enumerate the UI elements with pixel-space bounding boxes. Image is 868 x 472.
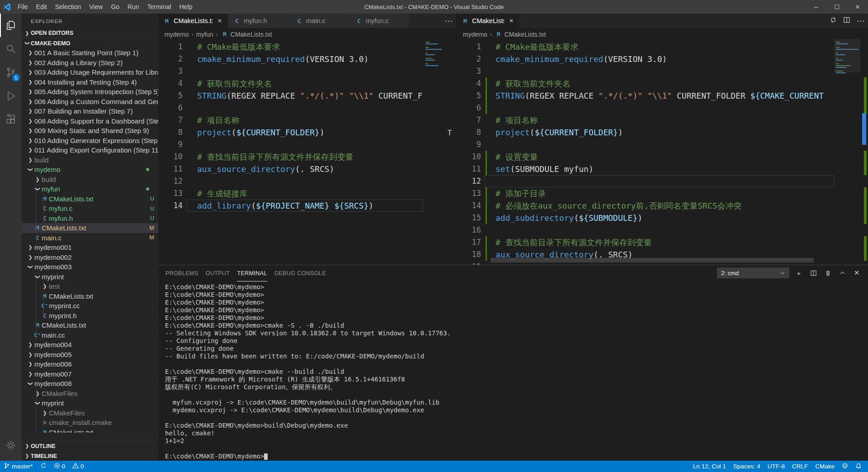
swap-editors-icon[interactable]	[830, 16, 837, 25]
close-button[interactable]: ✕	[847, 0, 868, 14]
status-eol[interactable]: CRLF	[788, 461, 811, 472]
split-terminal-button[interactable]	[808, 268, 818, 278]
minimize-button[interactable]: ─	[806, 0, 826, 14]
terminal-picker-dropdown[interactable]: 2: cmd	[717, 267, 789, 278]
minimap-group-2[interactable]	[834, 28, 860, 265]
tree-item-cmakefiles[interactable]: ❯CMakeFiles	[22, 408, 158, 418]
tab-myfun-h[interactable]: Cmyfun.h	[228, 14, 291, 28]
tree-item-test[interactable]: ❯test	[22, 281, 158, 291]
status-language-mode[interactable]: CMake	[811, 461, 838, 472]
menu-item-help[interactable]: Help	[175, 3, 197, 10]
menu-item-terminal[interactable]: Terminal	[143, 3, 175, 10]
close-icon[interactable]: ✕	[216, 18, 223, 24]
menu-item-view[interactable]: View	[85, 3, 107, 10]
menu-item-file[interactable]: File	[14, 3, 32, 10]
tree-item-mydemo008[interactable]: ❯mydemo008	[22, 379, 158, 389]
tree-item-myfun-h[interactable]: Cmyfun.hU	[22, 214, 158, 224]
tree-item-myprint[interactable]: ❯myprint	[22, 272, 158, 282]
tree-item-011-adding-export-configuration-step-11-[interactable]: ❯011 Adding Export Configuration (Step 1…	[22, 145, 158, 155]
tree-item-008-adding-support-for-a-dashboard-step-8-[interactable]: ❯008 Adding Support for a Dashboard (Ste…	[22, 116, 158, 126]
tree-item-003-adding-usage-requirements-for-library-step-3-[interactable]: ❯003 Adding Usage Requirements for Libra…	[22, 67, 158, 77]
panel-tab-terminal[interactable]: TERMINAL	[237, 265, 267, 281]
tree-item-build[interactable]: ❯build	[22, 155, 158, 165]
split-editor-icon[interactable]	[843, 16, 850, 25]
tree-item-mydemo[interactable]: ❯mydemo	[22, 165, 158, 175]
status-cursor-position[interactable]: Ln 12, Col 1	[689, 461, 730, 472]
status-sync[interactable]	[37, 461, 50, 472]
tree-item-002-adding-a-library-step-2-[interactable]: ❯002 Adding a Library (Step 2)	[22, 58, 158, 68]
status-notifications[interactable]	[852, 461, 865, 472]
maximize-panel-button[interactable]	[837, 268, 847, 278]
tree-item-main-c[interactable]: Cmain.cM	[22, 233, 158, 243]
panel-tab-debug-console[interactable]: DEBUG CONSOLE	[274, 265, 326, 281]
tab-main-c[interactable]: Cmain.c	[291, 14, 350, 28]
activity-item-explorer[interactable]	[0, 14, 22, 37]
tab-myfun-c[interactable]: Cmyfun.c	[350, 14, 409, 28]
tree-item-cmakelists-txt[interactable]: MCMakeLists.txtU	[22, 194, 158, 204]
breadcrumb-item[interactable]: myfun	[196, 31, 213, 38]
tree-item-cmakelists-txt[interactable]: MCMakeLists.txt	[22, 428, 158, 433]
tree-item-myfun[interactable]: ❯myfun	[22, 184, 158, 194]
tree-item-006-adding-a-custom-command-and-generated-file-step-6-[interactable]: ❯006 Adding a Custom Command and Generat…	[22, 97, 158, 107]
menu-item-go[interactable]: Go	[107, 3, 123, 10]
breadcrumb-item[interactable]: mydemo	[165, 31, 189, 38]
close-icon[interactable]: ✕	[508, 18, 515, 24]
tree-item-cmakefiles[interactable]: ❯CMakeFiles	[22, 389, 158, 399]
tree-item-004-installing-and-testing-step-4-[interactable]: ❯004 Installing and Testing (Step 4)	[22, 77, 158, 87]
tree-item-myfun-c[interactable]: Cmyfun.cU	[22, 204, 158, 214]
activity-item-extensions[interactable]	[0, 108, 22, 131]
tree-item-cmakelists-txt[interactable]: MCMakeLists.txt	[22, 320, 158, 330]
tree-item-myprint-h[interactable]: Cmyprint.h	[22, 311, 158, 321]
workspace-root-section[interactable]: ❯ CMAKE-DEMO	[22, 38, 158, 48]
panel-tab-output[interactable]: OUTPUT	[206, 265, 230, 281]
more-actions-button[interactable]: ⋯	[857, 16, 864, 26]
status-warnings[interactable]: 0	[69, 461, 88, 472]
tree-item-mydemo007[interactable]: ❯mydemo007	[22, 369, 158, 379]
tree-item-cmakelists-txt[interactable]: MCMakeLists.txtM	[22, 223, 158, 233]
code-editor-1[interactable]: 1# CMake最低版本要求2cmake_minimum_required(VE…	[158, 41, 456, 212]
tree-item-main-cc[interactable]: C⁺main.cc	[22, 330, 158, 340]
tree-item-myprint-cc[interactable]: C⁺myprint.cc	[22, 301, 158, 311]
breadcrumbs-group-1[interactable]: mydemo›myfun›MCMakeLists.txt	[158, 28, 456, 41]
tree-item-myprint[interactable]: ❯myprint	[22, 398, 158, 408]
timeline-section[interactable]: ❯ TIMELINE	[22, 451, 158, 461]
more-actions-button[interactable]: ⋯	[445, 16, 453, 26]
activity-item-source-control[interactable]: 5	[0, 61, 22, 84]
manage-button[interactable]	[0, 434, 22, 457]
tree-item-010-adding-generator-expressions-step-10-[interactable]: ❯010 Adding Generator Expressions (Step …	[22, 136, 158, 146]
tree-item-mydemo002[interactable]: ❯mydemo002	[22, 253, 158, 262]
overview-ruler-group-2[interactable]	[861, 28, 868, 265]
maximize-button[interactable]: ☐	[826, 0, 847, 14]
tree-item-mydemo005[interactable]: ❯mydemo005	[22, 350, 158, 360]
outline-section[interactable]: ❯ OUTLINE	[22, 441, 158, 451]
code-editor-2[interactable]: 1# CMake最低版本要求2cmake_minimum_required(VE…	[457, 41, 868, 265]
tree-item-mydemo003[interactable]: ❯mydemo003	[22, 262, 158, 272]
terminal[interactable]: E:\code\CMAKE-DEMO\mydemo>E:\code\CMAKE-…	[165, 283, 863, 461]
breadcrumb-item[interactable]: MCMakeLists.txt	[221, 31, 272, 38]
tree-item-mydemo006[interactable]: ❯mydemo006	[22, 359, 158, 369]
close-panel-button[interactable]: ✕	[852, 268, 862, 278]
panel-tab-problems[interactable]: PROBLEMS	[165, 265, 198, 281]
tab-cmakelists-txt[interactable]: MCMakeLists.txt✕	[158, 14, 228, 28]
activity-item-run-debug[interactable]	[0, 84, 22, 108]
tab-cmakelists-txt[interactable]: MCMakeLists.txt✕	[457, 14, 520, 28]
horizontal-scrollbar[interactable]	[491, 258, 814, 262]
menu-item-selection[interactable]: Selection	[51, 3, 85, 10]
tree-item-cmake-install-cmake[interactable]: ≡cmake_install.cmake	[22, 418, 158, 428]
tree-item-001-a-basic-starting-point-step-1-[interactable]: ❯001 A Basic Starting Point (Step 1)	[22, 48, 158, 58]
tree-item-mydemo004[interactable]: ❯mydemo004	[22, 340, 158, 350]
tree-item-build[interactable]: ❯build	[22, 175, 158, 185]
tree-item-005-adding-system-introspection-step-5-[interactable]: ❯005 Adding System Introspection (Step 5…	[22, 87, 158, 97]
status-encoding[interactable]: UTF-8	[764, 461, 788, 472]
new-terminal-button[interactable]: +	[794, 268, 804, 278]
status-feedback[interactable]	[838, 461, 852, 472]
menu-item-edit[interactable]: Edit	[32, 3, 51, 10]
tree-item-007-building-an-installer-step-7-[interactable]: ❯007 Building an Installer (Step 7)	[22, 106, 158, 116]
menu-item-run[interactable]: Run	[123, 3, 143, 10]
kill-terminal-button[interactable]	[823, 268, 833, 278]
scrollbar-group-1[interactable]	[449, 28, 456, 265]
breadcrumb-item[interactable]: mydemo	[463, 31, 487, 38]
activity-item-search[interactable]	[0, 37, 22, 61]
breadcrumbs-group-2[interactable]: mydemo›MCMakeLists.txt	[457, 28, 868, 41]
status-branch[interactable]: master*	[0, 461, 37, 472]
